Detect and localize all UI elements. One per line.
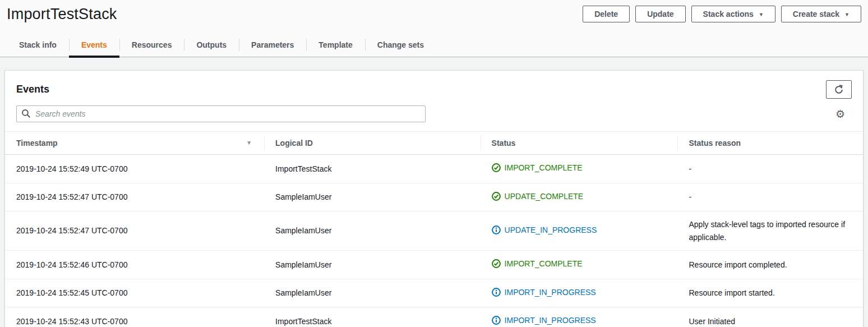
update-button[interactable]: Update: [635, 6, 685, 22]
header-actions: Delete Update Stack actions ▼ Create sta…: [583, 4, 861, 22]
event-status-cell: IMPORT_COMPLETE: [481, 155, 678, 183]
event-status-cell: IMPORT_IN_PROGRESS: [481, 279, 678, 307]
events-panel-title: Events: [16, 80, 49, 95]
info-circle-icon: [492, 225, 501, 234]
event-status-label: IMPORT_IN_PROGRESS: [505, 314, 596, 326]
success-check-circle-icon: [492, 163, 501, 172]
event-status-label: UPDATE_COMPLETE: [505, 190, 584, 202]
tab-stack-info[interactable]: Stack info: [7, 33, 69, 57]
event-status-reason: User Initiated: [677, 307, 863, 327]
gear-icon[interactable]: ⚙: [835, 109, 852, 119]
tab-label: Change sets: [377, 40, 424, 49]
search-box: [16, 105, 426, 122]
tab-label: Outputs: [196, 40, 227, 49]
tab-parameters[interactable]: Parameters: [239, 33, 306, 57]
event-timestamp: 2019-10-24 15:52:49 UTC-0700: [5, 155, 264, 183]
event-logical-id: SampleIamUser: [264, 211, 481, 251]
page-header: ImportTestStack Delete Update Stack acti…: [0, 0, 868, 23]
event-status-reason: Resource import completed.: [677, 250, 863, 279]
search-input[interactable]: [16, 105, 426, 122]
events-table: Timestamp ▼ Logical ID Status Status rea…: [5, 131, 863, 327]
events-table-body: 2019-10-24 15:52:49 UTC-0700 ImportTestS…: [5, 155, 863, 327]
event-status-label: IMPORT_COMPLETE: [505, 257, 583, 270]
event-status-cell: IMPORT_IN_PROGRESS: [481, 307, 678, 327]
success-check-circle-icon: [492, 259, 501, 268]
event-row: 2019-10-24 15:52:47 UTC-0700 SampleIamUs…: [5, 183, 863, 211]
event-logical-id: SampleIamUser: [264, 183, 481, 211]
refresh-icon: [834, 85, 844, 95]
event-logical-id: ImportTestStack: [264, 155, 481, 183]
delete-button-label: Delete: [594, 10, 618, 19]
events-panel-header: Events ⚙: [5, 71, 863, 131]
event-row: 2019-10-24 15:52:43 UTC-0700 ImportTestS…: [5, 307, 863, 327]
column-header-logical-id: Logical ID: [264, 132, 481, 155]
tab-resources[interactable]: Resources: [119, 33, 184, 57]
event-timestamp: 2019-10-24 15:52:47 UTC-0700: [5, 183, 264, 211]
tab-events[interactable]: Events: [69, 33, 119, 57]
refresh-button[interactable]: [826, 80, 852, 99]
page-title: ImportTestStack: [7, 4, 117, 23]
stack-header-section: ImportTestStack Delete Update Stack acti…: [0, 0, 868, 57]
event-logical-id: SampleIamUser: [264, 279, 481, 307]
tab-label: Template: [318, 40, 352, 49]
update-button-label: Update: [647, 10, 673, 19]
tab-label: Events: [81, 40, 107, 49]
event-status-reason: Apply stack-level tags to imported resou…: [677, 211, 863, 251]
event-status-reason: -: [677, 155, 863, 183]
event-status-cell: IMPORT_COMPLETE: [481, 250, 678, 279]
create-stack-label: Create stack: [793, 10, 839, 19]
event-status-cell: UPDATE_COMPLETE: [481, 183, 678, 211]
create-stack-dropdown[interactable]: Create stack ▼: [781, 6, 861, 22]
tab-change-sets[interactable]: Change sets: [365, 33, 436, 57]
event-status-label: IMPORT_IN_PROGRESS: [505, 286, 596, 298]
table-header-row: Timestamp ▼ Logical ID Status Status rea…: [5, 132, 863, 155]
delete-button[interactable]: Delete: [583, 6, 630, 22]
event-status-label: IMPORT_COMPLETE: [505, 162, 583, 174]
caret-down-icon: ▼: [844, 12, 849, 17]
event-logical-id: ImportTestStack: [264, 307, 481, 327]
caret-down-icon: ▼: [759, 12, 764, 17]
event-timestamp: 2019-10-24 15:52:43 UTC-0700: [5, 307, 264, 327]
info-circle-icon: [492, 288, 501, 297]
event-timestamp: 2019-10-24 15:52:46 UTC-0700: [5, 250, 264, 279]
tab-outputs[interactable]: Outputs: [184, 33, 239, 57]
tab-template[interactable]: Template: [306, 33, 364, 57]
tab-label: Resources: [132, 40, 172, 49]
search-icon: [21, 109, 31, 118]
sort-desc-icon: ▼: [246, 140, 252, 146]
event-status-cell: UPDATE_IN_PROGRESS: [481, 211, 678, 251]
info-circle-icon: [492, 316, 501, 325]
tab-bar: Stack info Events Resources Outputs Para…: [0, 33, 868, 57]
stack-actions-dropdown[interactable]: Stack actions ▼: [691, 6, 775, 22]
tab-label: Parameters: [251, 40, 294, 49]
event-logical-id: SampleIamUser: [264, 250, 481, 279]
event-timestamp: 2019-10-24 15:52:45 UTC-0700: [5, 279, 264, 307]
stack-actions-label: Stack actions: [703, 10, 754, 19]
event-row: 2019-10-24 15:52:45 UTC-0700 SampleIamUs…: [5, 279, 863, 307]
event-timestamp: 2019-10-24 15:52:47 UTC-0700: [5, 211, 264, 251]
column-header-timestamp[interactable]: Timestamp ▼: [5, 132, 264, 155]
event-row: 2019-10-24 15:52:46 UTC-0700 SampleIamUs…: [5, 250, 863, 279]
event-status-reason: Resource import started.: [677, 279, 863, 307]
event-status-reason: -: [677, 183, 863, 211]
event-status-label: UPDATE_IN_PROGRESS: [505, 224, 597, 236]
column-header-status: Status: [481, 132, 678, 155]
events-panel: Events ⚙: [4, 70, 864, 327]
column-header-status-reason: Status reason: [677, 132, 863, 155]
tab-label: Stack info: [19, 40, 57, 49]
event-row: 2019-10-24 15:52:49 UTC-0700 ImportTestS…: [5, 155, 863, 183]
event-row: 2019-10-24 15:52:47 UTC-0700 SampleIamUs…: [5, 211, 863, 251]
success-check-circle-icon: [492, 192, 501, 201]
column-header-timestamp-label: Timestamp: [16, 139, 58, 148]
